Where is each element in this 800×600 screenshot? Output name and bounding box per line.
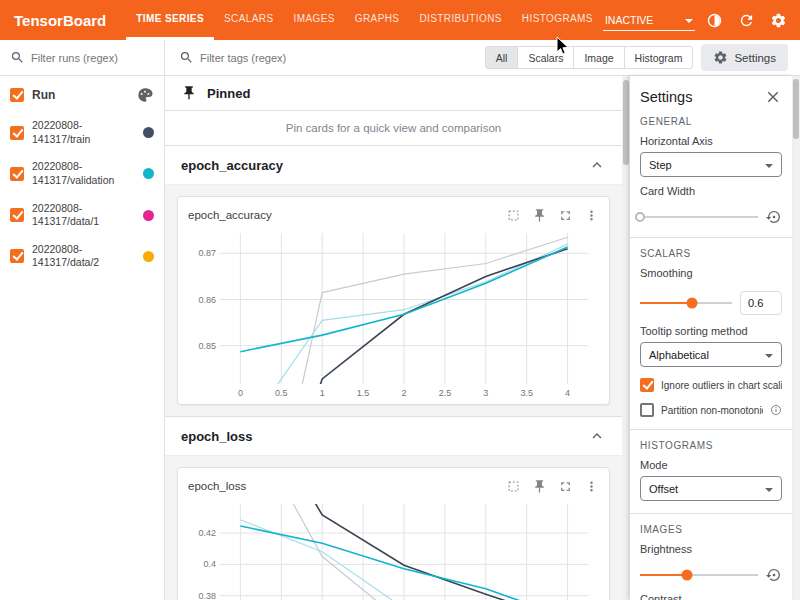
svg-text:0.4: 0.4 xyxy=(203,559,216,569)
run-checkbox[interactable] xyxy=(10,208,24,222)
slider-thumb[interactable] xyxy=(687,298,698,309)
slider-fill xyxy=(640,302,692,304)
epoch-accuracy-chart[interactable]: 00.511.522.533.540.850.860.87 xyxy=(188,227,599,400)
ignore-outliers-label: Ignore outliers in chart scaling xyxy=(661,380,782,391)
collapse-chevron-up-icon[interactable] xyxy=(588,156,606,174)
card-actions xyxy=(506,208,599,223)
run-row[interactable]: 20220808-141317/data/1 xyxy=(0,195,164,236)
tag-section-body: epoch_loss 00.511.522.533.540.360.380.40… xyxy=(165,455,622,600)
header-settings-button[interactable] xyxy=(767,8,791,32)
select-all-runs-checkbox[interactable] xyxy=(10,88,24,102)
runs-filter-box xyxy=(0,40,165,75)
run-color-dot xyxy=(143,210,154,221)
filter-chip-image[interactable]: Image xyxy=(573,46,624,69)
svg-text:0.5: 0.5 xyxy=(275,388,288,398)
more-options-icon[interactable] xyxy=(584,208,599,223)
svg-text:0.42: 0.42 xyxy=(198,528,216,538)
svg-text:0: 0 xyxy=(238,388,243,398)
slider-thumb[interactable] xyxy=(682,570,693,581)
more-options-icon[interactable] xyxy=(584,479,599,494)
main-scrollbar[interactable] xyxy=(622,76,630,600)
run-row[interactable]: 20220808-141317/validation xyxy=(0,153,164,194)
tags-filter-input[interactable] xyxy=(200,52,477,64)
tab-distributions[interactable]: DISTRIBUTIONS xyxy=(409,0,511,40)
runs-filter-input[interactable] xyxy=(31,52,154,64)
settings-scrollbar-thumb[interactable] xyxy=(793,79,799,139)
run-name: 20220808-141317/validation xyxy=(32,160,120,187)
close-icon[interactable] xyxy=(764,88,782,106)
divider xyxy=(630,429,792,430)
run-checkbox[interactable] xyxy=(10,167,24,181)
chevron-down-icon xyxy=(765,488,773,496)
pin-card-icon[interactable] xyxy=(532,479,547,494)
settings-scrollbar[interactable] xyxy=(792,76,800,600)
tag-type-filter-chips: All Scalars Image Histogram xyxy=(485,46,694,69)
slider-thumb[interactable] xyxy=(635,212,645,222)
divider xyxy=(630,513,792,514)
refresh-button[interactable] xyxy=(735,8,759,32)
ignore-outliers-checkbox[interactable] xyxy=(640,378,654,392)
chart-canvas[interactable]: 00.511.522.533.540.360.380.40.42 xyxy=(188,498,598,600)
cards-main-area: Pinned Pin cards for a quick view and co… xyxy=(165,76,630,600)
filter-chip-scalars[interactable]: Scalars xyxy=(517,46,574,69)
brightness-slider[interactable] xyxy=(640,574,758,576)
smoothing-value-input[interactable]: 0.6 xyxy=(740,291,782,315)
smoothing-slider[interactable] xyxy=(640,302,732,304)
tag-section-header-epoch-loss[interactable]: epoch_loss xyxy=(165,417,622,455)
run-name: 20220808-141317/train xyxy=(32,119,120,146)
card-title: epoch_accuracy xyxy=(188,209,506,221)
main-scrollbar-thumb[interactable] xyxy=(623,80,629,165)
fit-domain-icon[interactable] xyxy=(506,208,521,223)
run-color-dot xyxy=(143,251,154,262)
partition-x-checkbox[interactable] xyxy=(640,403,654,417)
partition-x-row[interactable]: Partition non-monotonic X axis xyxy=(640,403,782,417)
run-row[interactable]: 20220808-141317/data/2 xyxy=(0,236,164,277)
card-width-slider[interactable] xyxy=(640,216,758,218)
run-name: 20220808-141317/data/2 xyxy=(32,243,120,270)
app-title: TensorBoard xyxy=(14,12,106,29)
run-row[interactable]: 20220808-141317/train xyxy=(0,112,164,153)
tab-graphs[interactable]: GRAPHS xyxy=(345,0,410,40)
tab-time-series[interactable]: TIME SERIES xyxy=(126,0,214,40)
epoch-loss-chart[interactable]: 00.511.522.533.540.360.380.40.42 xyxy=(188,498,599,600)
settings-toggle-button[interactable]: Settings xyxy=(701,44,788,71)
card-width-label: Card Width xyxy=(640,185,782,197)
settings-group-general: GENERAL xyxy=(640,116,782,127)
tag-section-title: epoch_loss xyxy=(181,429,253,444)
settings-panel: Settings GENERAL Horizontal Axis Step Ca… xyxy=(630,76,792,600)
filter-chip-histogram[interactable]: Histogram xyxy=(624,46,694,69)
chart-canvas[interactable]: 00.511.522.533.540.850.860.87 xyxy=(188,227,598,400)
pin-card-icon[interactable] xyxy=(532,208,547,223)
divider xyxy=(630,237,792,238)
reset-icon[interactable] xyxy=(766,567,782,583)
settings-panel-header: Settings xyxy=(640,88,782,106)
svg-text:3: 3 xyxy=(483,388,488,398)
palette-icon[interactable] xyxy=(136,86,154,104)
settings-group-images: IMAGES xyxy=(640,524,782,535)
filter-chip-all[interactable]: All xyxy=(485,46,519,69)
tag-section-header-epoch-accuracy[interactable]: epoch_accuracy xyxy=(165,146,622,184)
horizontal-axis-select[interactable]: Step xyxy=(640,152,782,177)
fullscreen-icon[interactable] xyxy=(558,479,573,494)
theme-toggle-button[interactable] xyxy=(703,8,727,32)
runs-sidebar: Run 20220808-141317/train 20220808-14131… xyxy=(0,76,165,600)
card-title: epoch_loss xyxy=(188,480,506,492)
fullscreen-icon[interactable] xyxy=(558,208,573,223)
collapse-chevron-up-icon[interactable] xyxy=(588,427,606,445)
reload-status-select[interactable]: INACTIVE xyxy=(603,9,695,31)
run-checkbox[interactable] xyxy=(10,126,24,140)
gear-icon xyxy=(713,50,728,65)
histogram-mode-select[interactable]: Offset xyxy=(640,476,782,501)
tooltip-sorting-select[interactable]: Alphabetical xyxy=(640,342,782,367)
ignore-outliers-row[interactable]: Ignore outliers in chart scaling xyxy=(640,378,782,392)
chevron-down-icon xyxy=(765,164,773,172)
reset-icon[interactable] xyxy=(766,209,782,225)
slider-fill xyxy=(640,574,687,576)
run-checkbox[interactable] xyxy=(10,249,24,263)
tab-histograms[interactable]: HISTOGRAMS xyxy=(512,0,603,40)
main-nav-tabs: TIME SERIES SCALARS IMAGES GRAPHS DISTRI… xyxy=(126,0,603,40)
fit-domain-icon[interactable] xyxy=(506,479,521,494)
scalar-card-epoch-accuracy: epoch_accuracy 00.511.522.533.540.850.86… xyxy=(177,196,610,405)
tab-scalars[interactable]: SCALARS xyxy=(214,0,284,40)
tab-images[interactable]: IMAGES xyxy=(283,0,344,40)
